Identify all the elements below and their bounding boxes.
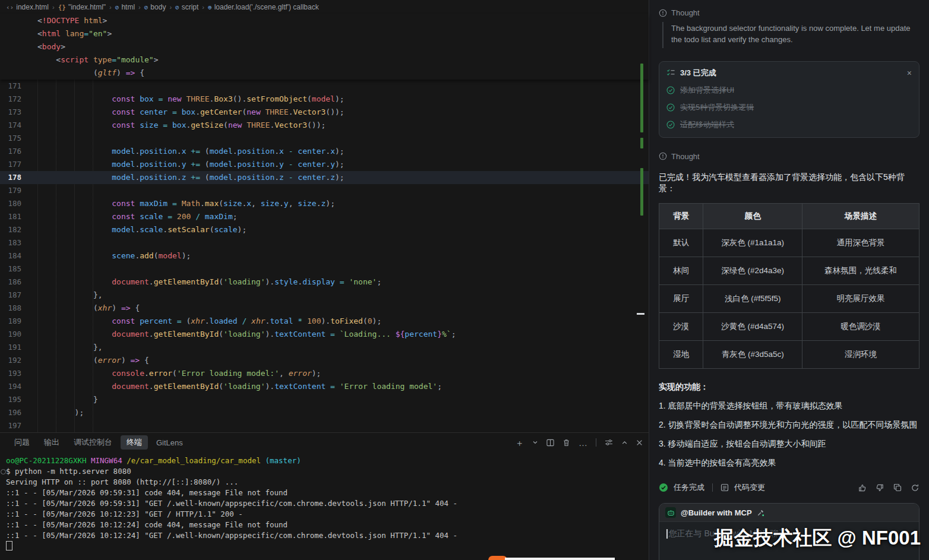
maximize-panel-icon[interactable]: [621, 439, 628, 446]
code-line[interactable]: 171: [0, 80, 649, 93]
breadcrumb-item[interactable]: {}"index.html": [58, 3, 106, 11]
line-content: [21, 132, 37, 145]
collapse-icon[interactable]: ×: [907, 68, 912, 78]
code-line[interactable]: 192 (error) => {: [0, 354, 649, 367]
code-line[interactable]: 175: [0, 132, 649, 145]
code-line[interactable]: 178 model.position.z += (model.position.…: [0, 171, 649, 184]
feature-list-item: 3. 移动端自适应，按钮会自动调整大小和间距: [659, 438, 919, 450]
line-content: const percent = (xhr.loaded / xhr.total …: [21, 315, 381, 328]
code-line[interactable]: 186 document.getElementById('loading').s…: [0, 276, 649, 289]
table-cell: 暖色调沙漠: [802, 312, 919, 340]
code-line[interactable]: 185: [0, 262, 649, 276]
line-content: document.getElementById('loading').textC…: [21, 328, 456, 341]
copy-icon[interactable]: [893, 483, 902, 492]
panel-actions: ＋ …: [515, 438, 643, 447]
code-line[interactable]: 188 (xhr) => {: [0, 302, 649, 315]
breadcrumb-item[interactable]: ⊕loader.load('./scene.gltf') callback: [208, 3, 319, 11]
sticky-line[interactable]: <!DOCTYPE html>: [0, 14, 649, 27]
line-number: 195: [0, 393, 21, 406]
thumbs-down-icon[interactable]: [876, 483, 884, 492]
panel-tab-GitLens[interactable]: GitLens: [150, 436, 189, 449]
table-cell: 湿地: [659, 340, 703, 368]
sticky-line[interactable]: <body>: [0, 40, 649, 53]
panel-tab-问题[interactable]: 问题: [8, 435, 36, 450]
line-content: document.getElementById('loading').textC…: [21, 380, 442, 393]
line-number: 179: [0, 184, 21, 197]
code-diff-label[interactable]: 代码变更: [734, 482, 765, 493]
code-line[interactable]: 182 model.scale.setScalar(scale);: [0, 223, 649, 236]
more-actions-icon[interactable]: …: [579, 438, 587, 447]
code-line[interactable]: 196 );: [0, 406, 649, 419]
table-cell: 明亮展厅效果: [802, 284, 919, 312]
terminal-line: ::1 - - [05/Mar/2026 10:12:23] "GET / HT…: [6, 509, 649, 520]
panel-tab-调试控制台[interactable]: 调试控制台: [68, 435, 118, 450]
code-line[interactable]: 180 const maxDim = Math.max(size.x, size…: [0, 197, 649, 210]
breadcrumb-item[interactable]: ‹›index.html: [6, 3, 49, 11]
line-number: 188: [0, 302, 21, 315]
panel-settings-icon[interactable]: [605, 438, 613, 447]
git-added-mark: [640, 64, 643, 132]
code-line[interactable]: 189 const percent = (xhr.loaded / xhr.to…: [0, 315, 649, 328]
panel-tab-终端[interactable]: 终端: [121, 435, 148, 450]
overview-ruler[interactable]: [637, 80, 645, 432]
sticky-line[interactable]: <script type="module">: [0, 53, 649, 67]
line-number: 176: [0, 145, 21, 158]
code-line[interactable]: 177 model.position.y += (model.position.…: [0, 158, 649, 171]
status-row: 任务完成 代码变更: [659, 482, 919, 493]
code-line[interactable]: 195 }: [0, 393, 649, 406]
regenerate-icon[interactable]: [911, 483, 919, 492]
line-content: },: [21, 341, 103, 354]
code-line[interactable]: 183: [0, 236, 649, 249]
code-line[interactable]: 173 const center = box.getCenter(new THR…: [0, 106, 649, 119]
code-diff-icon: [721, 483, 729, 492]
line-number: 194: [0, 380, 21, 393]
todo-item: 添加背景选择UI: [666, 85, 912, 96]
code-line[interactable]: 181 const scale = 200 / maxDim;: [0, 210, 649, 223]
code-line[interactable]: 184 scene.add(model);: [0, 249, 649, 262]
divider: [712, 483, 713, 492]
thought-header[interactable]: Thought: [659, 152, 919, 161]
terminal-picker-icon[interactable]: [532, 439, 538, 445]
code-line[interactable]: 191 },: [0, 341, 649, 354]
panel-tab-输出[interactable]: 输出: [38, 435, 65, 450]
code-line[interactable]: 174 const size = box.getSize(new THREE.V…: [0, 119, 649, 132]
line-number: 187: [0, 289, 21, 302]
code-line[interactable]: 194 document.getElementById('loading').t…: [0, 380, 649, 393]
breadcrumb-item[interactable]: ⊘body: [144, 3, 166, 11]
background-table: 背景颜色场景描述 默认深灰色 (#1a1a1a)通用深色背景林间深绿色 (#2d…: [659, 203, 919, 369]
code-line[interactable]: 197: [0, 419, 649, 432]
feedback-actions: [858, 483, 919, 492]
table-cell: 湿润环境: [802, 340, 919, 368]
sticky-scroll: <!DOCTYPE html><html lang="en"><body> <s…: [0, 14, 649, 80]
split-terminal-icon[interactable]: [546, 439, 554, 447]
callback-icon: ⊕: [208, 4, 212, 11]
command-decoration-icon[interactable]: [1, 469, 6, 474]
kill-terminal-icon[interactable]: [563, 439, 570, 447]
symbol-icon: ⊘: [175, 4, 179, 11]
line-content: const scale = 200 / maxDim;: [21, 210, 238, 223]
feature-list-item: 1. 底部居中的背景选择按钮组，带有玻璃拟态效果: [659, 400, 919, 412]
line-number: 178: [0, 171, 21, 184]
watermark: 掘金技术社区 @ NF001: [714, 525, 921, 552]
close-panel-icon[interactable]: [636, 439, 643, 446]
code-area[interactable]: 171172 const box = new THREE.Box3().setF…: [0, 80, 649, 432]
code-line[interactable]: 187 },: [0, 289, 649, 302]
line-content: document.getElementById('loading').style…: [21, 276, 381, 289]
todo-item-label: 实现5种背景切换逻辑: [680, 102, 754, 113]
thought-header[interactable]: Thought: [659, 8, 919, 17]
code-line[interactable]: 179: [0, 184, 649, 197]
breadcrumb-item[interactable]: ⊘script: [175, 3, 198, 11]
features-title: 实现的功能：: [659, 382, 919, 393]
todo-item: 实现5种背景切换逻辑: [666, 102, 912, 113]
code-line[interactable]: 172 const box = new THREE.Box3().setFrom…: [0, 93, 649, 106]
chat-agent-bar[interactable]: @Builder with MCP: [659, 504, 919, 522]
sticky-line[interactable]: <html lang="en">: [0, 27, 649, 40]
code-line[interactable]: 193 console.error('Error loading model:'…: [0, 367, 649, 380]
new-terminal-icon[interactable]: ＋: [515, 438, 524, 447]
sticky-line[interactable]: (gltf) => {: [0, 67, 649, 80]
thumbs-up-icon[interactable]: [858, 483, 867, 492]
code-line[interactable]: 176 model.position.x += (model.position.…: [0, 145, 649, 158]
assistant-answer: 已完成！我为汽车模型查看器添加了背景选择功能，包含以下5种背景：: [659, 172, 919, 195]
code-line[interactable]: 190 document.getElementById('loading').t…: [0, 328, 649, 341]
breadcrumb-item[interactable]: ⊘html: [115, 3, 135, 11]
